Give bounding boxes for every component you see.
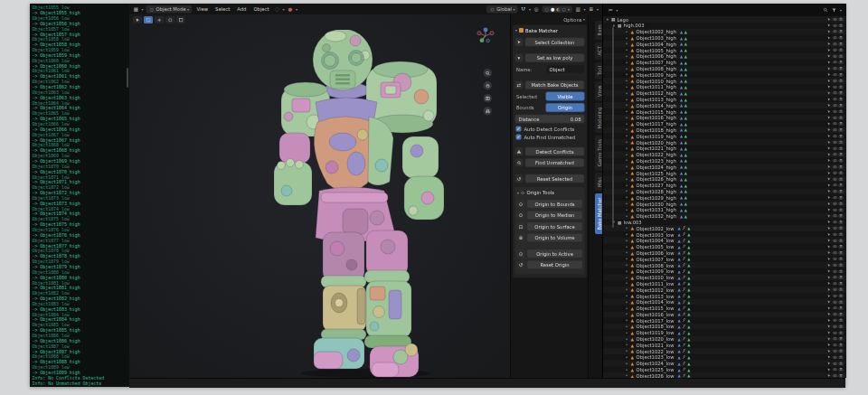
outliner-row-object[interactable]: •▲Object1018_high▲▲ (603, 127, 846, 133)
outliner-row-object[interactable]: •▲Object1006_high▲▲ (603, 53, 846, 60)
disable-render-camera-icon[interactable] (838, 337, 844, 341)
disable-render-camera-icon[interactable] (838, 42, 844, 46)
outliner-row-object[interactable]: •▲Object1013_high▲▲ (603, 96, 846, 102)
disable-render-camera-icon[interactable] (838, 128, 844, 132)
search-icon[interactable] (823, 7, 829, 14)
disable-render-camera-icon[interactable] (838, 18, 844, 22)
outliner-row-object[interactable]: •▲Object1021_high▲▲ (603, 146, 846, 152)
auto-detect-conflicts-checkbox[interactable]: ✓Auto Detect Conflicts (516, 127, 585, 132)
reset-origin-button[interactable]: Reset Origin (527, 260, 583, 269)
match-bake-objects-button[interactable]: Match Bake Objects (525, 80, 585, 89)
move-tool-icon[interactable] (155, 16, 164, 24)
outliner-row-object[interactable]: •▲Object1017_low▲▲ (603, 317, 846, 324)
disable-render-camera-icon[interactable] (838, 269, 844, 273)
select-collection-button[interactable]: Select Collection (525, 38, 585, 47)
disable-render-camera-icon[interactable] (838, 190, 844, 193)
outliner-row-object[interactable]: •▲Object1015_low▲▲ (603, 305, 846, 311)
disable-render-camera-icon[interactable] (838, 233, 844, 237)
disable-render-camera-icon[interactable] (838, 183, 844, 187)
outliner-row-object[interactable]: •▲Object1020_low▲▲ (603, 335, 846, 342)
outliner-row-object[interactable]: •▲Object1032_high▲▲ (603, 213, 846, 220)
disable-render-camera-icon[interactable] (838, 98, 844, 101)
disable-render-camera-icon[interactable] (838, 24, 844, 27)
outliner-row-object[interactable]: •▲Object1021_low▲▲ (603, 342, 846, 348)
outliner-row-object[interactable]: •▲Object1017_high▲▲ (603, 121, 846, 127)
scale-tool-icon[interactable] (176, 16, 185, 24)
shading-rendered-icon[interactable]: ○ (562, 6, 566, 12)
disable-render-camera-icon[interactable] (838, 251, 844, 255)
disable-render-camera-icon[interactable] (838, 350, 844, 353)
outliner-row-object[interactable]: •▲Object1014_high▲▲ (603, 102, 846, 108)
outliner-row-object[interactable]: •▲Object1012_high▲▲ (603, 90, 846, 97)
disable-render-camera-icon[interactable] (838, 54, 844, 58)
disable-render-camera-icon[interactable] (838, 110, 844, 114)
disable-render-camera-icon[interactable] (838, 239, 844, 242)
origin-to-surface-button[interactable]: Origin to Surface (527, 222, 583, 231)
reset-selected-button[interactable]: Reset Selected (525, 174, 585, 183)
disable-render-camera-icon[interactable] (838, 258, 844, 261)
console-scrollbar[interactable] (127, 68, 128, 88)
outliner-row-object[interactable]: •▲Object1019_high▲▲ (603, 133, 846, 139)
outliner-scrollbar[interactable] (612, 27, 614, 228)
disable-render-camera-icon[interactable] (838, 165, 844, 169)
outliner-row-object[interactable]: •▲Object1007_low▲▲ (603, 256, 846, 262)
outliner-row-object[interactable]: •▲Object1016_high▲▲ (603, 115, 846, 121)
shading-caret-icon[interactable]: ▾ (568, 7, 570, 12)
disable-render-camera-icon[interactable] (838, 116, 844, 119)
outliner-row-object[interactable]: •▲Object1004_low▲▲ (603, 238, 846, 244)
outliner-row-object[interactable]: •▲Object1007_high▲▲ (603, 60, 846, 66)
disable-render-camera-icon[interactable] (838, 245, 844, 249)
mode-dropdown[interactable]: ◻Object Mode▾ (146, 5, 193, 14)
disable-render-camera-icon[interactable] (838, 295, 844, 298)
outliner-row-object[interactable]: •▲Object1004_high▲▲ (603, 41, 846, 47)
disable-render-camera-icon[interactable] (838, 146, 844, 150)
shading-wireframe-icon[interactable]: ○ (545, 6, 549, 12)
menu-select[interactable]: Select (213, 5, 232, 13)
disable-render-camera-icon[interactable] (838, 227, 844, 230)
panel-header[interactable]: ▾Bake Matcher (515, 27, 585, 35)
origin-to-active-button[interactable]: Origin to Active (527, 249, 583, 259)
disable-render-camera-icon[interactable] (838, 135, 844, 138)
outliner-row-object[interactable]: •▲Object1010_low▲▲ (603, 274, 846, 280)
cursor-tool-icon[interactable] (133, 16, 142, 24)
outliner-row-object[interactable]: •▲Object1003_high▲▲ (603, 34, 846, 41)
disable-render-camera-icon[interactable] (838, 374, 844, 378)
outliner-row-object[interactable]: •▲Object1015_high▲▲ (603, 108, 846, 115)
menu-view[interactable]: View (194, 5, 210, 13)
disable-render-camera-icon[interactable] (838, 122, 844, 126)
camera-view-icon[interactable] (484, 94, 493, 103)
outliner-row-object[interactable]: •▲Object1010_high▲▲ (603, 78, 846, 84)
distance-slider[interactable]: Distance 0.08 (515, 115, 585, 124)
outliner-row-object[interactable]: •▲Object1011_high▲▲ (603, 84, 846, 90)
outliner-row-object[interactable]: •▲Object1030_high▲▲ (603, 201, 846, 207)
disable-render-camera-icon[interactable] (838, 67, 844, 71)
zoom-icon[interactable] (484, 69, 493, 78)
outliner-row-object[interactable]: •▲Object1014_low▲▲ (603, 299, 846, 306)
disable-render-camera-icon[interactable] (838, 172, 844, 175)
origin-to-median-button[interactable]: Origin to Median (527, 211, 583, 220)
disable-render-camera-icon[interactable] (838, 159, 844, 163)
outliner-row-collection-low[interactable]: ▾▦low.003 (603, 219, 846, 225)
set-low-poly-button[interactable]: Set as low poly (525, 53, 585, 62)
disable-render-camera-icon[interactable] (838, 319, 844, 323)
origin-to-bounds-button[interactable]: Origin to Bounds (527, 200, 583, 209)
outliner-row-object[interactable]: •▲Object1009_high▲▲ (603, 71, 846, 78)
outliner-row-object[interactable]: •▲Object1025_low▲▲ (603, 366, 846, 372)
outliner-row-object[interactable]: •▲Object1026_high▲▲ (603, 176, 846, 183)
name-field[interactable]: Object (546, 65, 585, 74)
rotate-tool-icon[interactable] (165, 16, 175, 24)
disable-render-camera-icon[interactable] (838, 91, 844, 95)
disable-render-camera-icon[interactable] (838, 141, 844, 145)
outliner-editor-icon[interactable]: ≔ (608, 7, 614, 14)
outliner-row-object[interactable]: •▲Object1022_low▲▲ (603, 348, 846, 354)
outliner-row-object[interactable]: •▲Object1012_low▲▲ (603, 287, 846, 293)
outliner-row-object[interactable]: •▲Object1013_low▲▲ (603, 293, 846, 299)
editor-type-icon[interactable]: ▦ (133, 6, 139, 13)
shading-material-icon[interactable]: ◐ (556, 6, 560, 12)
outliner-row-object[interactable]: •▲Object1024_high▲▲ (603, 164, 846, 170)
outliner-row-collection-root[interactable]: ▾▦Lego (603, 16, 846, 23)
disable-render-camera-icon[interactable] (838, 300, 844, 304)
detect-conflicts-button[interactable]: Detect Conflicts (525, 147, 585, 156)
origin-to-volume-button[interactable]: Origin to Volume (527, 233, 583, 242)
disable-render-camera-icon[interactable] (838, 306, 844, 310)
